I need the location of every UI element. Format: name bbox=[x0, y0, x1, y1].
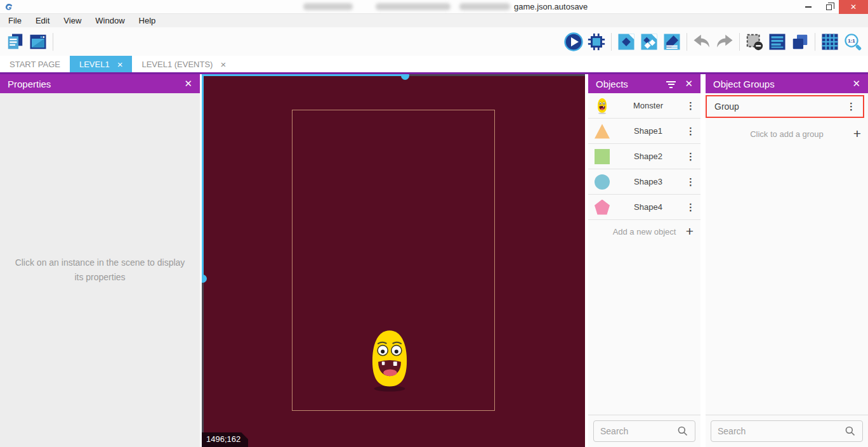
scene-border-left bbox=[202, 278, 204, 447]
guide-handle-left[interactable] bbox=[202, 275, 207, 283]
group-row-highlighted[interactable]: Group ⋮ bbox=[706, 95, 864, 118]
objects-search-row bbox=[588, 415, 700, 447]
square-shape bbox=[595, 149, 610, 164]
tab-level1-events[interactable]: LEVEL1 (EVENTS) × bbox=[132, 56, 235, 72]
toolbar-divider bbox=[815, 33, 815, 51]
pentagon-shape bbox=[595, 200, 610, 215]
play-icon[interactable] bbox=[562, 30, 585, 53]
object-groups-header: Object Groups ✕ bbox=[706, 74, 868, 93]
objects-search-input[interactable] bbox=[600, 426, 677, 436]
object-name: Shape3 bbox=[610, 177, 686, 186]
plus-icon: + bbox=[686, 224, 694, 239]
scene-border-top bbox=[406, 74, 585, 76]
shape3-thumbnail bbox=[594, 174, 610, 190]
groups-search-input[interactable] bbox=[718, 426, 845, 436]
properties-title: Properties bbox=[8, 79, 51, 89]
object-menu-icon[interactable]: ⋮ bbox=[686, 202, 695, 213]
menu-window[interactable]: Window bbox=[88, 14, 131, 27]
object-menu-icon[interactable]: ⋮ bbox=[686, 176, 695, 188]
object-groups-title: Object Groups bbox=[713, 79, 775, 89]
object-row-monster[interactable]: Monster ⋮ bbox=[588, 93, 700, 119]
tab-start-page[interactable]: START PAGE bbox=[0, 56, 70, 72]
minimize-button[interactable] bbox=[798, 0, 819, 14]
shape1-thumbnail bbox=[594, 123, 610, 139]
filter-icon[interactable] bbox=[666, 80, 676, 88]
grid-icon[interactable] bbox=[819, 30, 841, 53]
properties-header: Properties ✕ bbox=[0, 74, 200, 93]
scene-editor-icon[interactable] bbox=[27, 30, 49, 53]
toolbar-divider bbox=[53, 33, 53, 51]
tab-label: START PAGE bbox=[10, 60, 60, 69]
redo-icon[interactable] bbox=[713, 30, 736, 53]
redacted-path-segment bbox=[376, 3, 450, 10]
scene-canvas[interactable]: 1496;162 bbox=[202, 74, 585, 447]
monster-instance[interactable] bbox=[367, 328, 412, 392]
object-name: Shape4 bbox=[610, 202, 686, 212]
properties-editor-icon[interactable] bbox=[661, 30, 683, 53]
menu-edit[interactable]: Edit bbox=[29, 14, 56, 27]
instances-list-icon[interactable] bbox=[638, 30, 661, 53]
search-icon bbox=[677, 425, 688, 437]
objects-editor-icon[interactable] bbox=[615, 30, 638, 53]
groups-search-row bbox=[706, 415, 868, 447]
menu-bar: File Edit View Window Help bbox=[0, 14, 868, 27]
groups-search-box[interactable] bbox=[711, 420, 863, 442]
menu-view[interactable]: View bbox=[56, 14, 88, 27]
layers-icon[interactable] bbox=[789, 30, 812, 53]
menu-help[interactable]: Help bbox=[132, 14, 163, 27]
object-menu-icon[interactable]: ⋮ bbox=[686, 100, 695, 112]
scene-guide-left bbox=[202, 74, 204, 278]
tab-bar: START PAGE LEVEL1 × LEVEL1 (EVENTS) × bbox=[0, 56, 868, 72]
title-bar: game.json.autosave ✕ bbox=[0, 0, 868, 14]
objects-title: Objects bbox=[596, 79, 628, 89]
restore-icon bbox=[826, 4, 832, 10]
add-group-label: Click to add a group bbox=[750, 129, 824, 139]
toolbar-divider bbox=[611, 33, 612, 51]
menu-file[interactable]: File bbox=[1, 14, 29, 27]
add-group-button[interactable]: Click to add a group + bbox=[706, 123, 868, 145]
redacted-path-segment bbox=[459, 3, 510, 10]
main-area: Properties ✕ Click on an instance in the… bbox=[0, 74, 868, 447]
svg-text:1:1: 1:1 bbox=[848, 38, 855, 44]
undo-icon[interactable] bbox=[690, 30, 713, 53]
tab-close-icon[interactable]: × bbox=[220, 59, 226, 70]
layers-list-icon[interactable] bbox=[766, 30, 789, 53]
debug-icon[interactable] bbox=[585, 30, 608, 53]
object-row-shape1[interactable]: Shape1 ⋮ bbox=[588, 119, 700, 144]
plus-icon: + bbox=[853, 126, 861, 141]
close-icon[interactable]: ✕ bbox=[685, 78, 693, 89]
close-icon[interactable]: ✕ bbox=[852, 78, 860, 89]
close-button[interactable]: ✕ bbox=[839, 0, 868, 14]
object-row-shape3[interactable]: Shape3 ⋮ bbox=[588, 169, 700, 195]
project-manager-icon[interactable] bbox=[4, 30, 27, 53]
shape4-thumbnail bbox=[594, 199, 610, 216]
object-row-shape2[interactable]: Shape2 ⋮ bbox=[588, 144, 700, 169]
search-icon bbox=[845, 425, 856, 437]
properties-body: Click on an instance in the scene to dis… bbox=[0, 93, 200, 447]
circle-shape bbox=[595, 174, 610, 190]
object-name: Shape1 bbox=[610, 126, 686, 136]
tab-close-icon[interactable]: × bbox=[117, 59, 123, 70]
redacted-path-segment bbox=[303, 3, 353, 10]
deselect-mask-icon[interactable] bbox=[743, 30, 766, 53]
triangle-shape bbox=[595, 124, 610, 139]
object-menu-icon[interactable]: ⋮ bbox=[686, 126, 695, 137]
window-title-text: game.json.autosave bbox=[514, 2, 588, 11]
objects-search-box[interactable] bbox=[593, 420, 695, 442]
add-object-button[interactable]: Add a new object + bbox=[588, 220, 700, 243]
guide-handle-top[interactable] bbox=[401, 74, 409, 80]
properties-panel: Properties ✕ Click on an instance in the… bbox=[0, 74, 200, 447]
object-name: Monster bbox=[610, 101, 686, 110]
group-menu-icon[interactable]: ⋮ bbox=[846, 101, 855, 112]
object-row-shape4[interactable]: Shape4 ⋮ bbox=[588, 195, 700, 220]
gdevelop-window: game.json.autosave ✕ File Edit View Wind… bbox=[0, 0, 868, 447]
window-title: game.json.autosave bbox=[303, 0, 588, 13]
zoom-1-1-icon[interactable]: 1:1 bbox=[841, 30, 864, 53]
tab-level1[interactable]: LEVEL1 × bbox=[70, 56, 132, 72]
toolbar-divider bbox=[687, 33, 687, 51]
object-menu-icon[interactable]: ⋮ bbox=[686, 151, 695, 162]
restore-button[interactable] bbox=[819, 0, 839, 14]
close-icon[interactable]: ✕ bbox=[184, 78, 192, 89]
objects-header: Objects ✕ bbox=[588, 74, 700, 93]
cursor-coordinates: 1496;162 bbox=[202, 432, 248, 447]
